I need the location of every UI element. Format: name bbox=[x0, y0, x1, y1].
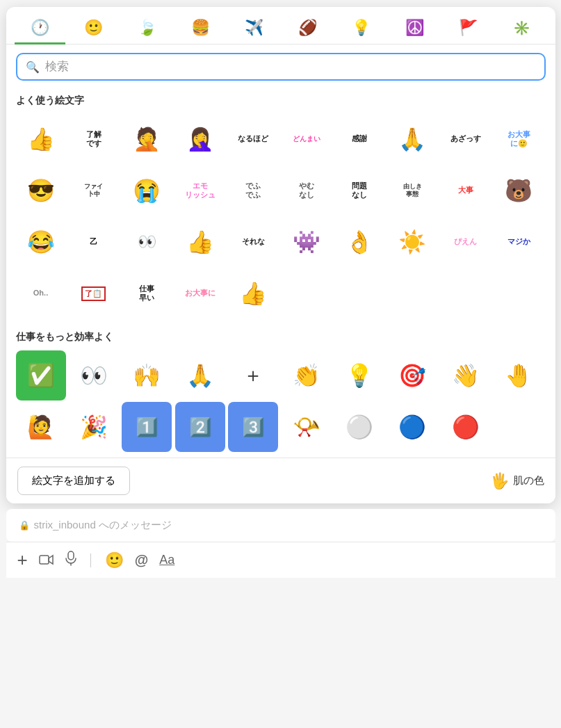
search-input-wrapper: 🔍 bbox=[16, 53, 546, 81]
emoji-blue-circle[interactable]: 🔵 bbox=[387, 402, 437, 452]
emoji-hand2[interactable]: 🤚 bbox=[494, 350, 544, 401]
tab-travel[interactable]: ✈️ bbox=[229, 13, 279, 45]
category-tabs: 🕐 🙂 🍃 🍔 ✈️ 🏈 💡 ☮️ 🚩 ✳️ bbox=[6, 7, 555, 45]
work-section: 仕事をもっと効率よく ✅ 👀 🙌 🙏 ＋ 👏 💡 🎯 👋 🤚 🙋 🎉 1️⃣ 2… bbox=[6, 324, 555, 458]
work-emoji-grid: ✅ 👀 🙌 🙏 ＋ 👏 💡 🎯 👋 🤚 🙋 🎉 1️⃣ 2️⃣ 3️⃣ 📯 ⚪ … bbox=[16, 350, 546, 452]
work-section-title: 仕事をもっと効率よく bbox=[16, 331, 546, 343]
sticker-kansha[interactable]: 感謝 bbox=[334, 114, 384, 164]
search-input[interactable] bbox=[45, 60, 536, 74]
emoji-one[interactable]: 1️⃣ bbox=[122, 402, 172, 452]
peace-icon: ☮️ bbox=[405, 19, 424, 37]
message-area: 🔒 strix_inbound へのメッセージ bbox=[6, 509, 555, 542]
emoji-ok[interactable]: 👌 bbox=[334, 217, 384, 267]
emoji-raising-hand[interactable]: 🙋 bbox=[16, 402, 66, 452]
skin-tone-emoji: 🖐️ bbox=[490, 472, 509, 490]
bulb-icon: 💡 bbox=[352, 19, 371, 37]
emoji-bulb[interactable]: 💡 bbox=[334, 350, 384, 401]
emoji-target[interactable]: 🎯 bbox=[387, 350, 437, 401]
message-toolbar: + 🙂 @ Aa bbox=[6, 542, 555, 578]
smiley-icon: 🙂 bbox=[84, 19, 103, 37]
emoji-picker-icon[interactable]: 🙂 bbox=[105, 551, 124, 569]
sticker-oh[interactable]: Oh.. bbox=[16, 268, 66, 318]
sticker-shigoto[interactable]: 仕事早い bbox=[122, 268, 172, 318]
emoji-plus[interactable]: ＋ bbox=[228, 350, 278, 401]
emoji-alien[interactable]: 👾 bbox=[282, 217, 332, 267]
at-button[interactable]: @ bbox=[135, 552, 149, 568]
sticker-mondainashi[interactable]: 問題なし bbox=[334, 165, 384, 216]
emoji-pray-work[interactable]: 🙏 bbox=[175, 350, 225, 401]
custom-icon: ✳️ bbox=[513, 19, 530, 36]
skin-tone-selector[interactable]: 🖐️ 肌の色 bbox=[490, 472, 544, 490]
sticker-fightchu[interactable]: ファイ卜中 bbox=[69, 165, 119, 216]
sticker-naruhodo[interactable]: なるほど bbox=[228, 114, 278, 164]
emoji-thumbsup[interactable]: 👍 bbox=[16, 114, 66, 164]
emoji-eyes-work[interactable]: 👀 bbox=[69, 350, 119, 401]
emoji-two[interactable]: 2️⃣ bbox=[175, 402, 225, 452]
mic-icon[interactable] bbox=[65, 551, 76, 570]
sticker-pien[interactable]: ぴえん bbox=[441, 217, 491, 267]
emoji-red-circle[interactable]: 🔴 bbox=[441, 402, 491, 452]
sticker-yamunashi[interactable]: やむなし bbox=[282, 165, 332, 216]
tab-nature[interactable]: 🍃 bbox=[122, 13, 172, 45]
emoji-white-circle[interactable]: ⚪ bbox=[334, 402, 384, 452]
message-placeholder-text: strix_inbound へのメッセージ bbox=[34, 519, 172, 532]
emoji-laugh[interactable]: 😂 bbox=[16, 217, 66, 267]
clock-icon: 🕐 bbox=[31, 19, 49, 37]
emoji-raised-hands[interactable]: 🙌 bbox=[122, 350, 172, 401]
skin-tone-label: 肌の色 bbox=[513, 474, 544, 487]
tab-activities[interactable]: 🏈 bbox=[282, 13, 333, 45]
emoji-facepalm-f[interactable]: 🤦‍♀️ bbox=[175, 114, 225, 164]
sticker-emo[interactable]: エモリッシュ bbox=[175, 165, 225, 216]
svg-rect-1 bbox=[68, 551, 74, 560]
emoji-party[interactable]: 🎉 bbox=[69, 402, 119, 452]
emoji-cry[interactable]: 😭 bbox=[122, 165, 172, 216]
tab-food[interactable]: 🍔 bbox=[175, 13, 226, 45]
tab-smileys[interactable]: 🙂 bbox=[68, 13, 119, 45]
leaf-icon: 🍃 bbox=[138, 19, 156, 37]
emoji-three[interactable]: 3️⃣ bbox=[228, 402, 278, 452]
emoji-bear[interactable]: 🐻 bbox=[494, 165, 544, 216]
sticker-donmai[interactable]: どんまい bbox=[282, 114, 332, 164]
sticker-yoshiki[interactable]: 由しき事態 bbox=[387, 165, 437, 216]
tab-flags[interactable]: 🚩 bbox=[443, 13, 494, 45]
sticker-defu[interactable]: でふでふ bbox=[228, 165, 278, 216]
sticker-odaiji[interactable]: お大事に🙂 bbox=[494, 114, 544, 164]
emoji-sunglasses[interactable]: 😎 bbox=[16, 165, 66, 216]
emoji-horn[interactable]: 📯 bbox=[282, 402, 332, 452]
emoji-picker: 🕐 🙂 🍃 🍔 ✈️ 🏈 💡 ☮️ 🚩 ✳️ bbox=[6, 7, 555, 503]
football-icon: 🏈 bbox=[298, 19, 317, 37]
format-button[interactable]: Aa bbox=[159, 553, 174, 567]
sticker-azazzu[interactable]: あざっす bbox=[441, 114, 491, 164]
search-bar: 🔍 bbox=[6, 45, 555, 88]
sticker-odaijini[interactable]: お大事に bbox=[175, 268, 225, 318]
sticker-ryokai[interactable]: 了解です bbox=[69, 114, 119, 164]
sticker-otsu[interactable]: 乙 bbox=[69, 217, 119, 267]
sticker-atama[interactable]: 了📋 bbox=[69, 268, 119, 318]
sticker-sorena[interactable]: それな bbox=[228, 217, 278, 267]
search-icon: 🔍 bbox=[26, 60, 40, 74]
emoji-check[interactable]: ✅ bbox=[16, 350, 66, 401]
lock-icon: 🔒 bbox=[19, 520, 30, 531]
message-placeholder: 🔒 strix_inbound へのメッセージ bbox=[19, 519, 543, 532]
sticker-eyes[interactable]: 👀 bbox=[122, 217, 172, 267]
sticker-majika[interactable]: マジか bbox=[494, 217, 544, 267]
picker-bottom-bar: 絵文字を追加する 🖐️ 肌の色 bbox=[6, 458, 555, 503]
add-emoji-button[interactable]: 絵文字を追加する bbox=[17, 467, 130, 495]
burger-icon: 🍔 bbox=[191, 19, 210, 37]
tab-recent[interactable]: 🕐 bbox=[15, 13, 65, 45]
plus-button[interactable]: + bbox=[17, 549, 28, 571]
tab-objects[interactable]: 💡 bbox=[336, 13, 387, 45]
emoji-thumbsup2[interactable]: 👍 bbox=[175, 217, 225, 267]
frequent-section: よく使う絵文字 👍 了解です 🤦 🤦‍♀️ なるほど どんまい 感謝 🙏 あざっ… bbox=[6, 88, 555, 324]
emoji-sun[interactable]: ☀️ bbox=[387, 217, 437, 267]
emoji-like[interactable]: 👍 bbox=[228, 268, 278, 318]
emoji-clap[interactable]: 👏 bbox=[282, 350, 332, 401]
emoji-facepalm-m[interactable]: 🤦 bbox=[122, 114, 172, 164]
sticker-daiji[interactable]: 大事 bbox=[441, 165, 491, 216]
emoji-pray[interactable]: 🙏 bbox=[387, 114, 437, 164]
video-icon[interactable] bbox=[39, 551, 54, 569]
toolbar-divider bbox=[90, 553, 91, 567]
emoji-wave[interactable]: 👋 bbox=[441, 350, 491, 401]
tab-custom[interactable]: ✳️ bbox=[496, 14, 547, 44]
tab-symbols[interactable]: ☮️ bbox=[389, 13, 440, 45]
